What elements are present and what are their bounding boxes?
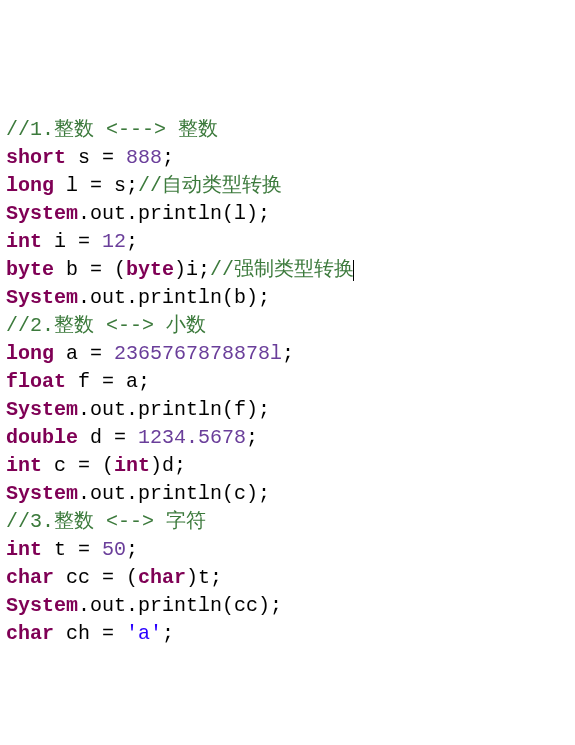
code-line: //2.整数 <--> 小数 xyxy=(6,312,569,340)
code-line: int i = 12; xyxy=(6,228,569,256)
token-keyword: short xyxy=(6,146,66,169)
token-plain: )t; xyxy=(186,566,222,589)
token-plain: ; xyxy=(162,146,174,169)
token-keyword: double xyxy=(6,426,78,449)
token-plain: .out.println(f); xyxy=(78,398,270,421)
token-comment: //自动类型转换 xyxy=(138,174,282,197)
token-plain: )d; xyxy=(150,454,186,477)
code-line: System.out.println(c); xyxy=(6,480,569,508)
text-cursor xyxy=(353,260,354,281)
token-comment: //强制类型转换 xyxy=(210,258,354,281)
token-keyword: char xyxy=(6,622,54,645)
code-line: //3.整数 <--> 字符 xyxy=(6,508,569,536)
token-comment: //2.整数 <--> 小数 xyxy=(6,314,206,337)
token-keyword: int xyxy=(6,230,42,253)
token-number: 50 xyxy=(102,538,126,561)
token-number: 1234.5678 xyxy=(138,426,246,449)
code-line: byte b = (byte)i;//强制类型转换 xyxy=(6,256,569,284)
token-plain: l = s; xyxy=(54,174,138,197)
token-class: System xyxy=(6,202,78,225)
token-plain: f = a; xyxy=(66,370,150,393)
token-plain: t = xyxy=(42,538,102,561)
code-line: char ch = 'a'; xyxy=(6,620,569,648)
code-line: System.out.println(l); xyxy=(6,200,569,228)
token-keyword: byte xyxy=(6,258,54,281)
token-plain: c = ( xyxy=(42,454,114,477)
token-plain: .out.println(b); xyxy=(78,286,270,309)
code-line: System.out.println(cc); xyxy=(6,592,569,620)
token-keyword: char xyxy=(6,566,54,589)
code-line: long l = s;//自动类型转换 xyxy=(6,172,569,200)
code-line: double d = 1234.5678; xyxy=(6,424,569,452)
token-plain: .out.println(cc); xyxy=(78,594,282,617)
token-comment: //1.整数 <---> 整数 xyxy=(6,118,218,141)
token-keyword: int xyxy=(6,538,42,561)
token-keyword: float xyxy=(6,370,66,393)
token-class: System xyxy=(6,482,78,505)
token-class: System xyxy=(6,594,78,617)
token-number: 888 xyxy=(126,146,162,169)
token-plain: ch = xyxy=(54,622,126,645)
token-plain: ; xyxy=(126,538,138,561)
token-keyword: long xyxy=(6,342,54,365)
token-plain: ; xyxy=(246,426,258,449)
token-plain: .out.println(l); xyxy=(78,202,270,225)
token-plain: cc = ( xyxy=(54,566,138,589)
token-comment: //3.整数 <--> 字符 xyxy=(6,510,206,533)
token-keyword: int xyxy=(6,454,42,477)
token-class: System xyxy=(6,286,78,309)
token-keyword: char xyxy=(138,566,186,589)
code-line: System.out.println(b); xyxy=(6,284,569,312)
code-line: char cc = (char)t; xyxy=(6,564,569,592)
token-number: 12 xyxy=(102,230,126,253)
token-plain: ; xyxy=(282,342,294,365)
token-plain: i = xyxy=(42,230,102,253)
token-keyword: byte xyxy=(126,258,174,281)
code-line: short s = 888; xyxy=(6,144,569,172)
code-line: int c = (int)d; xyxy=(6,452,569,480)
token-number: 2365767878878l xyxy=(114,342,282,365)
token-plain: b = ( xyxy=(54,258,126,281)
token-plain: a = xyxy=(54,342,114,365)
token-class: System xyxy=(6,398,78,421)
code-line: float f = a; xyxy=(6,368,569,396)
token-plain: d = xyxy=(78,426,138,449)
code-block: //1.整数 <---> 整数short s = 888;long l = s;… xyxy=(6,116,569,648)
token-char: 'a' xyxy=(126,622,162,645)
code-line: System.out.println(f); xyxy=(6,396,569,424)
code-line: //1.整数 <---> 整数 xyxy=(6,116,569,144)
token-plain: ; xyxy=(126,230,138,253)
token-keyword: int xyxy=(114,454,150,477)
code-line: long a = 2365767878878l; xyxy=(6,340,569,368)
token-keyword: long xyxy=(6,174,54,197)
token-plain: .out.println(c); xyxy=(78,482,270,505)
token-plain: ; xyxy=(162,622,174,645)
token-plain: s = xyxy=(66,146,126,169)
token-plain: )i; xyxy=(174,258,210,281)
code-line: int t = 50; xyxy=(6,536,569,564)
